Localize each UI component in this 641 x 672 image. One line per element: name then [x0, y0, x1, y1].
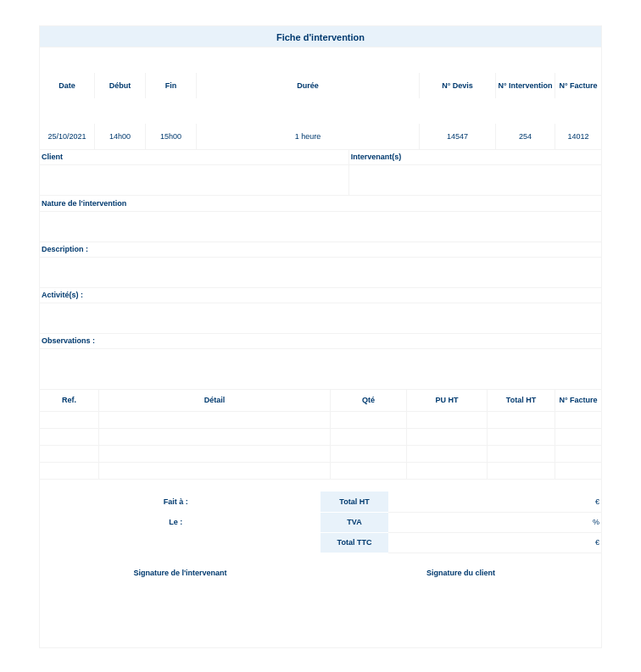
td-debut: 14h00	[95, 124, 146, 149]
observations-label: Observations :	[40, 333, 602, 348]
th-devis: N° Devis	[420, 73, 496, 98]
td-fin: 15h00	[146, 124, 197, 149]
activites-label: Activité(s) :	[40, 287, 602, 303]
activites-value	[40, 303, 602, 333]
td-facture: 14012	[555, 124, 602, 149]
le-value	[311, 512, 320, 532]
parties-table: Client Intervenant(s)	[39, 150, 602, 197]
th-date: Date	[40, 73, 95, 98]
th-qte: Qté	[331, 390, 407, 412]
th-ref: Ref.	[40, 390, 99, 412]
signature-client-label: Signature du client	[320, 565, 602, 580]
td-duree: 1 heure	[197, 124, 420, 149]
signature-intervenant-label: Signature de l'intervenant	[40, 565, 320, 580]
intervenant-label: Intervenant(s)	[348, 150, 601, 165]
signature-client-box	[320, 580, 602, 648]
table-row	[40, 429, 602, 446]
table-row	[40, 446, 602, 463]
observations-value	[40, 348, 602, 389]
th-item-facture: N° Facture	[555, 390, 602, 412]
th-fin: Fin	[146, 73, 197, 98]
total-ht-value: €	[388, 492, 601, 512]
th-debut: Début	[95, 73, 146, 98]
total-ht-label: Total HT	[320, 492, 388, 512]
page-title: Fiche d'intervention	[39, 25, 602, 47]
items-table: Ref. Détail Qté PU HT Total HT N° Factur…	[39, 390, 602, 480]
sections-table: Nature de l'intervention Description : A…	[39, 196, 602, 390]
th-puht: PU HT	[407, 390, 488, 412]
nature-value	[40, 211, 602, 242]
th-detail: Détail	[99, 390, 331, 412]
td-date: 25/10/2021	[40, 124, 95, 149]
td-intervention: 254	[496, 124, 555, 149]
th-duree: Durée	[197, 73, 420, 98]
le-label: Le :	[40, 512, 312, 532]
fait-a-label: Fait à :	[40, 492, 312, 512]
nature-label: Nature de l'intervention	[40, 196, 602, 211]
table-row	[40, 463, 602, 480]
th-facture: N° Facture	[555, 73, 602, 98]
client-label: Client	[40, 150, 349, 165]
tva-value: %	[388, 512, 601, 532]
fait-a-value	[311, 492, 320, 512]
th-totalht: Total HT	[488, 390, 555, 412]
signature-intervenant-box	[40, 580, 320, 648]
description-label: Description :	[40, 242, 602, 257]
total-ttc-label: Total TTC	[320, 532, 388, 553]
description-value	[40, 257, 602, 287]
total-ttc-value: €	[388, 532, 601, 553]
tva-label: TVA	[320, 512, 388, 532]
totals-table: Total HT € TVA % Total TTC €	[320, 492, 601, 553]
client-value	[40, 165, 349, 196]
footer-table: Fait à : Total HT € TVA % Total TTC € Le…	[39, 480, 602, 648]
header-table: Date Début Fin Durée N° Devis N° Interve…	[39, 47, 602, 150]
intervenant-value	[348, 165, 601, 196]
td-devis: 14547	[420, 124, 496, 149]
th-intervention: N° Intervention	[496, 73, 555, 98]
table-row	[40, 412, 602, 429]
